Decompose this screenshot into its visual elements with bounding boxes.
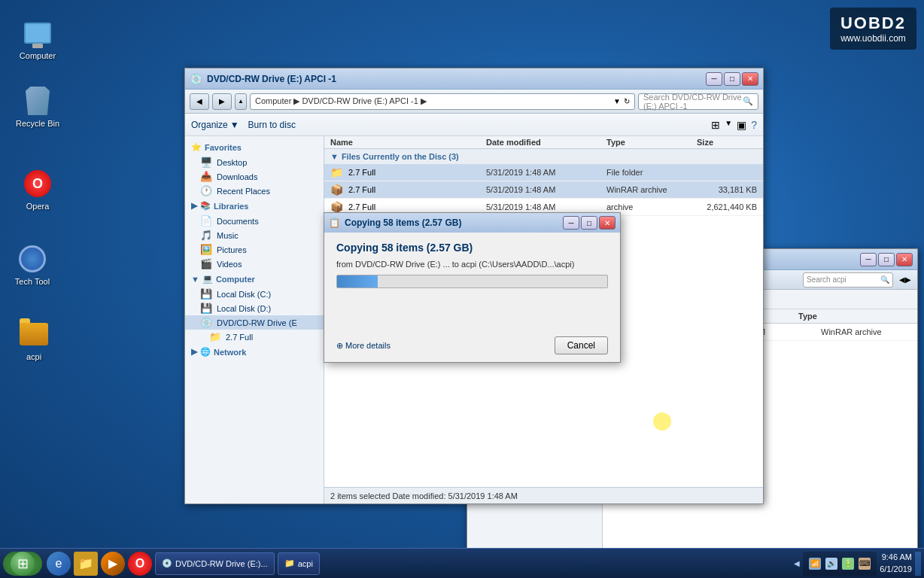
sidebar-downloads[interactable]: 📥 Downloads [185, 169, 324, 184]
pictures-sidebar-icon: 🖼️ [200, 244, 212, 255]
sidebar-local-d[interactable]: 💾 Local Disk (D:) [185, 301, 324, 315]
sidebar-dvd[interactable]: 💿 DVD/CD-RW Drive (E [185, 315, 324, 330]
tray-icon-battery[interactable]: 🔋 [842, 558, 854, 570]
secondary-search-box[interactable]: Search acpi 🔍 [803, 272, 893, 287]
burn-to-disc-button[interactable]: Burn to disc [248, 120, 296, 130]
desktop-icon-computer[interactable]: Computer [11, 15, 64, 63]
sidebar-desktop[interactable]: 🖥️ Desktop [185, 155, 324, 169]
file-date-2: 5/31/2019 1:48 AM [486, 202, 606, 211]
sidebar-local-c[interactable]: 💾 Local Disk (C:) [185, 287, 324, 301]
taskbar-explorer-icon[interactable]: 📁 [74, 552, 98, 576]
tech-tool-label: Tech Tool [15, 277, 50, 286]
forward-button[interactable]: ▶ [212, 93, 232, 110]
sidebar-music[interactable]: 🎵 Music [185, 228, 324, 242]
desktop-icon-opera[interactable]: O Opera [11, 166, 64, 214]
file-type-0: File folder [606, 168, 697, 177]
progress-bar-fill [337, 275, 378, 287]
desktop-icon-recycle[interactable]: Recycle Bin [11, 83, 64, 131]
taskbar-opera-icon[interactable]: O [128, 552, 152, 576]
desktop-icon-techtool[interactable]: Tech Tool [6, 241, 59, 289]
view-dropdown[interactable]: ▼ [725, 119, 732, 131]
section-collapse-icon: ▼ [330, 152, 339, 161]
desktop-icon-acpi[interactable]: acpi [8, 316, 60, 364]
col-type-main: Type [606, 138, 697, 147]
status-text: 2 items selected Date modified: 5/31/201… [330, 491, 518, 500]
address-bar[interactable]: Computer ▶ DVD/CD-RW Drive (E:) APCI -1 … [250, 93, 635, 110]
secondary-maximize-button[interactable]: □ [878, 253, 895, 266]
favorites-header[interactable]: ⭐ Favorites [185, 139, 324, 155]
computer-icon-label: Computer [20, 51, 56, 60]
opera-taskbar-icon: O [135, 557, 144, 570]
file-date-0: 5/31/2019 1:48 AM [486, 168, 606, 177]
back-button[interactable]: ◀ [190, 93, 209, 110]
file-type-1: WinRAR archive [606, 185, 697, 194]
network-header[interactable]: ▶ 🌐 Network [185, 344, 324, 360]
acpi-folder-icon [19, 319, 49, 349]
help-icon[interactable]: ? [751, 119, 757, 131]
tray-icon-4[interactable]: ⌨ [859, 558, 871, 570]
col-date-main: Date modified [486, 138, 606, 147]
cancel-copy-button[interactable]: Cancel [555, 336, 608, 354]
tray-icon-2[interactable]: 🔊 [825, 558, 837, 570]
taskbar: ⊞ e 📁 ▶ O 💿 DVD/CD-RW Drive (E:)... 📁 ac… [0, 548, 924, 578]
computer-header[interactable]: ▼ 💻 Computer [185, 271, 324, 287]
action-bar: Organize ▼ Burn to disc ⊞ ▼ ▣ ? [185, 114, 763, 136]
search-box-main[interactable]: Search DVD/CD-RW Drive (E:) APCI -1 🔍 [638, 93, 758, 110]
system-clock[interactable]: 9:46 AM 6/1/2019 [880, 552, 912, 575]
secondary-close-button[interactable]: ✕ [896, 253, 913, 266]
sidebar-pictures[interactable]: 🖼️ Pictures [185, 242, 324, 257]
main-window-controls: ─ □ ✕ [706, 72, 758, 86]
recycle-bin-label: Recycle Bin [16, 119, 59, 128]
more-details-button[interactable]: ⊕ More details [336, 341, 391, 351]
file-icon-1: 📦 [330, 184, 345, 196]
documents-sidebar-icon: 📄 [200, 215, 212, 227]
system-tray: ◀ 📶 🔊 🔋 ⌨ 9:46 AM 6/1/2019 [794, 552, 921, 576]
copy-dialog: 📋 Copying 58 items (2.57 GB) ─ □ ✕ Copyi… [324, 212, 621, 363]
show-hidden-icons[interactable]: ◀ [794, 559, 800, 567]
main-maximize-button[interactable]: □ [724, 72, 740, 86]
media-icon: ▶ [108, 556, 117, 570]
progress-bar-container [336, 275, 608, 288]
main-minimize-button[interactable]: ─ [706, 72, 722, 86]
desktop-sidebar-icon: 🖥️ [200, 157, 212, 168]
dialog-heading: Copying 58 items (2.57 GB) [336, 242, 608, 254]
file-row-1[interactable]: 📦 2.7 Full 5/31/2019 1:48 AM WinRAR arch… [324, 181, 763, 199]
refresh-icon[interactable]: ↻ [624, 97, 630, 105]
search-icon[interactable]: 🔍 [743, 96, 753, 106]
view-icon[interactable]: ⊞ [711, 119, 720, 131]
tech-tool-icon [17, 244, 47, 274]
recent-sidebar-icon: 🕐 [200, 185, 212, 196]
file-type-2: archive [606, 202, 697, 211]
taskbar-explorer-btn-1[interactable]: 💿 DVD/CD-RW Drive (E:)... [155, 552, 275, 575]
dialog-close-button[interactable]: ✕ [599, 216, 615, 230]
dialog-maximize-button[interactable]: □ [581, 216, 597, 230]
nav-icon-secondary[interactable]: ◀▶ [899, 275, 911, 284]
taskbar-media-icon[interactable]: ▶ [101, 552, 125, 576]
file-row-0[interactable]: 📁 2.7 Full 5/31/2019 1:48 AM File folder [324, 164, 763, 181]
status-bar-main: 2 items selected Date modified: 5/31/201… [324, 487, 763, 503]
favorites-star-icon: ⭐ [191, 142, 202, 152]
sidebar-videos[interactable]: 🎬 Videos [185, 257, 324, 271]
clock-time: 9:46 AM [880, 552, 912, 563]
libraries-header[interactable]: ▶ 📚 Libraries [185, 198, 324, 214]
start-button[interactable]: ⊞ [3, 552, 42, 576]
pane-icon[interactable]: ▣ [737, 119, 746, 131]
tray-icon-1[interactable]: 📶 [809, 558, 821, 570]
up-button[interactable]: ▲ [235, 93, 247, 110]
sidebar-folder-27[interactable]: 📁 2.7 Full [185, 330, 324, 344]
recycle-bin-icon [23, 86, 53, 116]
show-desktop-button[interactable] [915, 552, 921, 576]
acpi-folder-label: acpi [26, 352, 41, 361]
taskbar-ie-icon[interactable]: e [47, 552, 71, 576]
dvd-title-icon: 💿 [190, 73, 202, 85]
dialog-minimize-button[interactable]: ─ [563, 216, 579, 230]
organize-button[interactable]: Organize ▼ [191, 120, 239, 130]
copy-icon: 📋 [329, 218, 340, 228]
sidebar-documents[interactable]: 📄 Documents [185, 214, 324, 228]
address-dropdown-icon[interactable]: ▼ [613, 97, 621, 105]
main-close-button[interactable]: ✕ [742, 72, 758, 86]
windows-logo-icon: ⊞ [17, 555, 29, 572]
sidebar-recent-places[interactable]: 🕐 Recent Places [185, 184, 324, 198]
secondary-minimize-button[interactable]: ─ [860, 253, 877, 266]
taskbar-explorer-btn-2[interactable]: 📁 acpi [278, 552, 320, 575]
